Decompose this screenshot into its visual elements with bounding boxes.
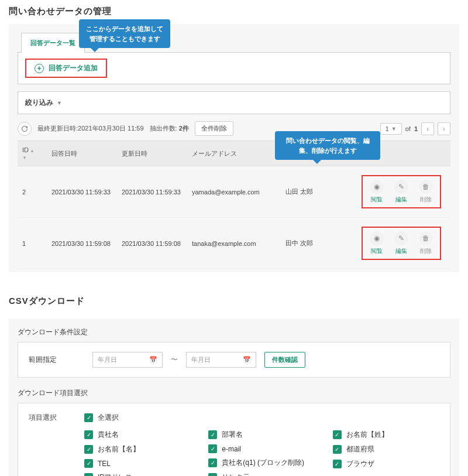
chevron-down-icon: ▼ (57, 100, 62, 106)
check-icon: ✓ (84, 459, 93, 468)
item-checkbox[interactable]: ✓IPアドレス (84, 472, 191, 476)
edit-button[interactable]: ✎編集 (393, 231, 410, 255)
item-label: e-mail (222, 445, 241, 453)
item-checkbox[interactable]: ✓リンク元 (208, 472, 315, 476)
next-page-button[interactable]: › (438, 122, 450, 135)
calendar-icon: 📅 (149, 356, 157, 364)
item-label: TEL (98, 460, 111, 468)
item-label: 貴社名(q1) (ブロック削除) (222, 458, 304, 468)
page-select[interactable]: 1▼ (380, 123, 402, 135)
item-select-label: 項目選択 (29, 413, 84, 476)
filter-label: 絞り込み (25, 98, 53, 108)
item-checkbox[interactable]: ✓貴社名(q1) (ブロック削除) (208, 458, 315, 468)
check-icon: ✓ (333, 460, 342, 468)
trash-icon: 🗑 (419, 231, 433, 245)
check-icon: ✓ (84, 430, 93, 439)
csv-title: CSVダウンロード (9, 296, 459, 307)
of-label: of (405, 125, 411, 132)
item-heading: ダウンロード項目選択 (18, 388, 450, 398)
eye-icon: ◉ (370, 180, 384, 194)
item-label: ブラウザ (346, 459, 374, 469)
tab-answer-list[interactable]: 回答データ一覧 (21, 33, 85, 53)
item-label: 部署名 (222, 430, 243, 440)
select-all-checkbox[interactable]: ✓全選択 (84, 413, 439, 423)
date-to-input[interactable]: 年月日 📅 (186, 352, 256, 368)
check-icon: ✓ (208, 430, 217, 439)
tilde: 〜 (171, 355, 178, 365)
filter-toggle[interactable]: 絞り込み ▼ (25, 98, 443, 108)
item-label: IPアドレス (98, 472, 132, 476)
data-table: ID▲▼ 回答日時 更新日時 メールアドレス お名前 2 2021/03/30 … (18, 141, 450, 269)
check-icon: ✓ (333, 445, 342, 454)
prev-page-button[interactable]: ‹ (421, 122, 434, 135)
callout-add: ここからデータを追加して 管理することもできます (79, 19, 170, 48)
last-update: 最終更新日時:2021年03月30日 11:59 (37, 124, 144, 133)
view-button[interactable]: ◉閲覧 (369, 231, 385, 255)
edit-icon: ✎ (394, 231, 408, 245)
check-icon: ✓ (208, 444, 217, 453)
check-icon: ✓ (333, 430, 342, 439)
view-button[interactable]: ◉閲覧 (369, 180, 385, 204)
extract-count: 抽出件数: 2件 (150, 124, 189, 133)
item-checkbox[interactable]: ✓貴社名 (84, 430, 191, 440)
item-label: 貴社名 (98, 430, 119, 440)
item-checkbox[interactable]: ✓部署名 (208, 430, 315, 440)
check-icon: ✓ (84, 473, 93, 476)
add-data-button[interactable]: + 回答データ追加 (25, 59, 107, 78)
check-icon: ✓ (208, 473, 217, 476)
item-checkbox[interactable]: ✓都道府県 (333, 444, 439, 454)
callout-actions: 問い合わせデータの閲覧、編集、削除が行えます (275, 131, 380, 160)
item-label: リンク元 (222, 472, 250, 476)
plus-icon: + (35, 64, 44, 73)
trash-icon: 🗑 (419, 180, 433, 194)
item-checkbox[interactable]: ✓e-mail (208, 444, 315, 453)
item-checkbox[interactable]: ✓お名前【姓】 (333, 430, 439, 440)
item-checkbox[interactable]: ✓お名前【名】 (84, 444, 191, 454)
item-label: お名前【名】 (98, 444, 140, 454)
total-pages: 1 (414, 125, 418, 132)
item-checkbox[interactable]: ✓TEL (84, 459, 191, 468)
calendar-icon: 📅 (243, 356, 251, 364)
add-data-label: 回答データ追加 (49, 63, 98, 73)
item-label: 都道府県 (346, 444, 374, 454)
cond-heading: ダウンロード条件設定 (18, 327, 450, 337)
reload-icon (21, 125, 28, 132)
page-title: 問い合わせデータの管理 (9, 6, 459, 17)
count-confirm-button[interactable]: 件数確認 (264, 352, 305, 368)
delete-button[interactable]: 🗑削除 (418, 180, 434, 204)
edit-button[interactable]: ✎編集 (393, 180, 410, 204)
table-row: 1 2021/03/30 11:59:08 2021/03/30 11:59:0… (18, 218, 450, 269)
check-icon: ✓ (208, 458, 217, 467)
table-row: 2 2021/03/30 11:59:33 2021/03/30 11:59:3… (18, 166, 450, 218)
chevron-down-icon: ▼ (391, 126, 397, 132)
delete-all-button[interactable]: 全件削除 (195, 121, 233, 136)
edit-icon: ✎ (394, 180, 408, 194)
delete-button[interactable]: 🗑削除 (418, 231, 434, 255)
eye-icon: ◉ (370, 231, 384, 245)
item-label: お名前【姓】 (346, 430, 388, 440)
date-from-input[interactable]: 年月日 📅 (92, 352, 163, 368)
check-icon: ✓ (84, 445, 93, 454)
check-icon: ✓ (84, 413, 93, 422)
range-label: 範囲指定 (29, 355, 84, 365)
reload-button[interactable] (18, 122, 32, 136)
item-checkbox[interactable]: ✓ブラウザ (333, 459, 439, 469)
